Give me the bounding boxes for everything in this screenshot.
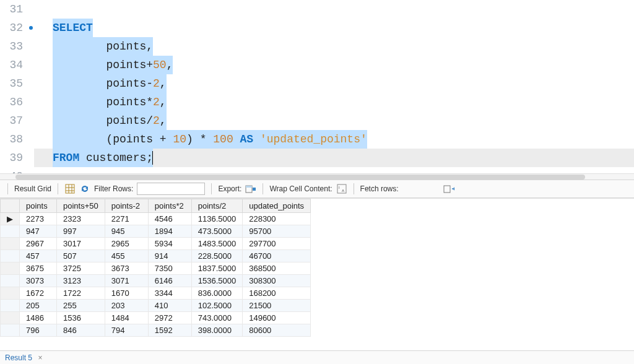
cell[interactable]: 3344 (148, 287, 191, 300)
cell[interactable]: 228.5000 (191, 250, 242, 262)
cell[interactable]: 1536 (57, 312, 105, 324)
result-tab[interactable]: Result 5 × (5, 353, 42, 362)
cell[interactable]: 368500 (243, 262, 311, 275)
cell[interactable]: 1483.5000 (191, 238, 242, 250)
cell[interactable]: 794 (105, 324, 148, 337)
table-row[interactable]: 9479979451894473.500095700 (1, 225, 311, 238)
wrap-cell-icon[interactable]: IA (336, 183, 347, 194)
code-content[interactable]: points+50, (34, 56, 634, 74)
code-content[interactable]: points*2, (34, 93, 634, 111)
code-content[interactable]: points-2, (34, 74, 634, 93)
editor-horizontal-scrollbar[interactable] (0, 173, 634, 180)
cell[interactable]: 1894 (148, 225, 191, 238)
column-header[interactable]: points/2 (191, 199, 242, 213)
table-row[interactable]: 29673017296559341483.5000297700 (1, 238, 311, 250)
cell[interactable]: 297700 (243, 238, 311, 250)
column-header[interactable]: points-2 (105, 199, 148, 213)
cell[interactable]: 5934 (148, 238, 191, 250)
result-grid-container[interactable]: pointspoints+50points-2points*2points/2u… (0, 198, 634, 353)
cell[interactable]: 1672 (20, 287, 57, 300)
cell[interactable]: 836.0000 (191, 287, 242, 300)
cell[interactable]: 1484 (105, 312, 148, 324)
cell[interactable]: 7350 (148, 262, 191, 275)
cell[interactable]: 3071 (105, 275, 148, 287)
row-header[interactable] (1, 312, 20, 324)
cell[interactable]: 228300 (243, 213, 311, 225)
cell[interactable]: 3123 (57, 275, 105, 287)
cell[interactable]: 2972 (148, 312, 191, 324)
cell[interactable]: 3673 (105, 262, 148, 275)
table-row[interactable]: ▶22732323227145461136.5000228300 (1, 213, 311, 225)
code-line[interactable]: 38 (points + 10) * 100 AS 'updated_point… (0, 130, 634, 149)
code-content[interactable]: (points + 10) * 100 AS 'updated_points' (34, 130, 634, 149)
cell[interactable]: 1837.5000 (191, 262, 242, 275)
cell[interactable]: 997 (57, 225, 105, 238)
cell[interactable]: 46700 (243, 250, 311, 262)
code-line[interactable]: 32SELECT (0, 19, 634, 37)
cell[interactable]: 3073 (20, 275, 57, 287)
cell[interactable]: 6146 (148, 275, 191, 287)
table-row[interactable]: 1672172216703344836.0000168200 (1, 287, 311, 300)
code-content[interactable]: FROM customers; (34, 149, 634, 167)
sql-editor[interactable]: 3132SELECT33 points,34 points+50,35 poin… (0, 0, 634, 173)
cell[interactable]: 2271 (105, 213, 148, 225)
cell[interactable]: 1722 (57, 287, 105, 300)
row-header[interactable] (1, 300, 20, 312)
row-header[interactable] (1, 287, 20, 300)
cell[interactable]: 95700 (243, 225, 311, 238)
code-content[interactable]: points, (34, 37, 634, 56)
cell[interactable]: 945 (105, 225, 148, 238)
table-row[interactable]: 30733123307161461536.5000308300 (1, 275, 311, 287)
code-line[interactable]: 35 points-2, (0, 74, 634, 93)
cell[interactable]: 21500 (243, 300, 311, 312)
code-line[interactable]: 33 points, (0, 37, 634, 56)
row-header[interactable]: ▶ (1, 213, 20, 225)
cell[interactable]: 410 (148, 300, 191, 312)
cell[interactable]: 398.0000 (191, 324, 242, 337)
cell[interactable]: 4546 (148, 213, 191, 225)
row-header[interactable] (1, 250, 20, 262)
cell[interactable]: 743.0000 (191, 312, 242, 324)
export-icon[interactable] (245, 183, 256, 194)
table-row[interactable]: 457507455914228.500046700 (1, 250, 311, 262)
cell[interactable]: 102.5000 (191, 300, 242, 312)
row-header[interactable] (1, 262, 20, 275)
code-content[interactable]: SELECT (34, 19, 634, 37)
code-line[interactable]: 31 (0, 0, 634, 19)
cell[interactable]: 1486 (20, 312, 57, 324)
filter-rows-input[interactable] (137, 183, 205, 195)
code-line[interactable]: 39FROM customers; (0, 149, 634, 167)
table-row[interactable]: 1486153614842972743.0000149600 (1, 312, 311, 324)
cell[interactable]: 3017 (57, 238, 105, 250)
cell[interactable]: 3675 (20, 262, 57, 275)
cell[interactable]: 473.5000 (191, 225, 242, 238)
cell[interactable]: 914 (148, 250, 191, 262)
cell[interactable]: 2323 (57, 213, 105, 225)
cell[interactable]: 507 (57, 250, 105, 262)
code-line[interactable]: 37 points/2, (0, 111, 634, 130)
row-header[interactable] (1, 238, 20, 250)
cell[interactable]: 255 (57, 300, 105, 312)
cell[interactable]: 80600 (243, 324, 311, 337)
grid-view-icon[interactable] (64, 183, 76, 194)
cell[interactable]: 1592 (148, 324, 191, 337)
code-line[interactable]: 34 points+50, (0, 56, 634, 74)
cell[interactable]: 947 (20, 225, 57, 238)
refresh-icon[interactable] (79, 183, 90, 194)
cell[interactable]: 205 (20, 300, 57, 312)
cell[interactable]: 846 (57, 324, 105, 337)
cell[interactable]: 2965 (105, 238, 148, 250)
cell[interactable]: 3725 (57, 262, 105, 275)
cell[interactable]: 2273 (20, 213, 57, 225)
cell[interactable]: 1536.5000 (191, 275, 242, 287)
cell[interactable]: 203 (105, 300, 148, 312)
scrollbar-thumb[interactable] (15, 175, 585, 180)
cell[interactable]: 796 (20, 324, 57, 337)
row-header[interactable] (1, 225, 20, 238)
row-header[interactable] (1, 324, 20, 337)
close-icon[interactable]: × (38, 353, 42, 362)
code-line[interactable]: 36 points*2, (0, 93, 634, 111)
table-row[interactable]: 205255203410102.500021500 (1, 300, 311, 312)
cell[interactable]: 1136.5000 (191, 213, 242, 225)
cell[interactable]: 308300 (243, 275, 311, 287)
